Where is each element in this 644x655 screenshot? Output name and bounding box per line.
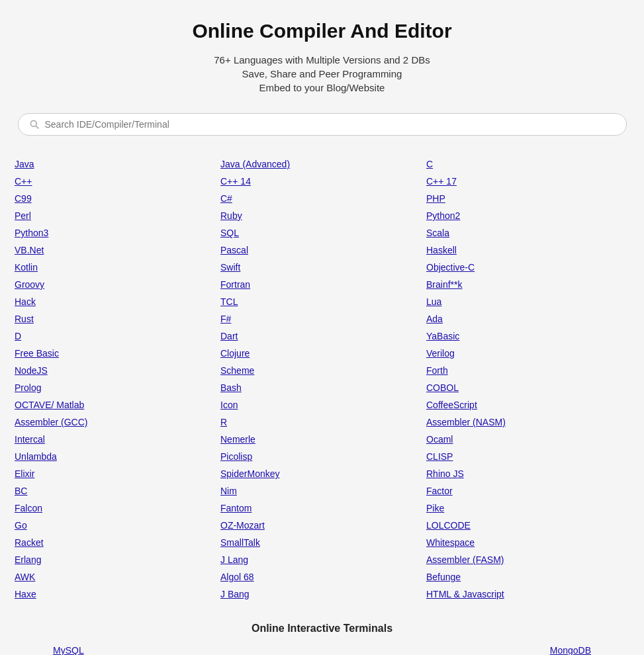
language-link[interactable]: Prolog	[13, 379, 219, 396]
language-link[interactable]: Befunge	[425, 568, 631, 586]
language-link[interactable]: OZ-Mozart	[219, 517, 425, 534]
language-link[interactable]: Intercal	[13, 431, 219, 448]
language-link[interactable]: J Bang	[219, 586, 425, 603]
language-link[interactable]: Ada	[425, 310, 631, 328]
language-link[interactable]: Nim	[219, 482, 425, 500]
language-link[interactable]: Rhino JS	[425, 465, 631, 482]
language-link[interactable]: C	[425, 155, 631, 173]
language-link[interactable]: AWK	[13, 568, 219, 586]
language-link[interactable]: Whitespace	[425, 534, 631, 551]
language-link[interactable]: Pike	[425, 500, 631, 517]
language-link[interactable]: Falcon	[13, 500, 219, 517]
svg-line-1	[36, 126, 38, 128]
language-link[interactable]: SQL	[219, 224, 425, 241]
language-link[interactable]: Unlambda	[13, 448, 219, 465]
language-link[interactable]: D	[13, 328, 219, 345]
search-bar[interactable]	[18, 113, 627, 136]
language-link[interactable]: YaBasic	[425, 328, 631, 345]
language-link[interactable]: C#	[219, 190, 425, 207]
language-link[interactable]: Kotlin	[13, 259, 219, 276]
language-link[interactable]: Forth	[425, 362, 631, 379]
language-link[interactable]: Pascal	[219, 241, 425, 259]
search-input[interactable]	[45, 119, 616, 130]
language-link[interactable]: Fantom	[219, 500, 425, 517]
language-link[interactable]: Rust	[13, 310, 219, 328]
page-header: Online Compiler And Editor 76+ Languages…	[13, 20, 631, 93]
language-link[interactable]: Assembler (FASM)	[425, 551, 631, 568]
language-link[interactable]: Go	[13, 517, 219, 534]
language-link[interactable]: Brainf**k	[425, 276, 631, 293]
language-link[interactable]: Factor	[425, 482, 631, 500]
language-link[interactable]: Java	[13, 155, 219, 173]
language-link[interactable]: C99	[13, 190, 219, 207]
language-link[interactable]: LOLCODE	[425, 517, 631, 534]
subtitle-2: Save, Share and Peer Programming	[13, 68, 631, 79]
language-column-3: CC++ 17PHPPython2ScalaHaskellObjective-C…	[425, 155, 631, 603]
language-link[interactable]: C++ 14	[219, 173, 425, 190]
language-link[interactable]: Hack	[13, 293, 219, 310]
language-link[interactable]: Erlang	[13, 551, 219, 568]
terminals-section: Online Interactive Terminals MySQL Mongo…	[13, 623, 631, 655]
language-link[interactable]: Objective-C	[425, 259, 631, 276]
language-link[interactable]: VB.Net	[13, 241, 219, 259]
language-link[interactable]: Swift	[219, 259, 425, 276]
language-link[interactable]: Assembler (NASM)	[425, 414, 631, 431]
db-row: MySQL MongoDB	[13, 645, 631, 655]
language-link[interactable]: Assembler (GCC)	[13, 414, 219, 431]
language-link[interactable]: PHP	[425, 190, 631, 207]
language-link[interactable]: Racket	[13, 534, 219, 551]
language-link[interactable]: Icon	[219, 396, 425, 414]
svg-point-0	[30, 120, 36, 126]
language-link[interactable]: CLISP	[425, 448, 631, 465]
mongodb-link[interactable]: MongoDB	[550, 645, 591, 655]
language-link[interactable]: Java (Advanced)	[219, 155, 425, 173]
subtitle-3: Embed to your Blog/Website	[13, 82, 631, 93]
language-link[interactable]: Scala	[425, 224, 631, 241]
language-link[interactable]: C++	[13, 173, 219, 190]
language-link[interactable]: Elixir	[13, 465, 219, 482]
language-link[interactable]: F#	[219, 310, 425, 328]
language-link[interactable]: NodeJS	[13, 362, 219, 379]
language-link[interactable]: Clojure	[219, 345, 425, 362]
language-link[interactable]: Ruby	[219, 207, 425, 224]
language-column-1: JavaC++C99PerlPython3VB.NetKotlinGroovyH…	[13, 155, 219, 603]
language-link[interactable]: Lua	[425, 293, 631, 310]
language-link[interactable]: Haskell	[425, 241, 631, 259]
language-link[interactable]: J Lang	[219, 551, 425, 568]
language-link[interactable]: Bash	[219, 379, 425, 396]
language-link[interactable]: Perl	[13, 207, 219, 224]
language-link[interactable]: OCTAVE/ Matlab	[13, 396, 219, 414]
language-link[interactable]: Free Basic	[13, 345, 219, 362]
language-link[interactable]: Dart	[219, 328, 425, 345]
language-link[interactable]: TCL	[219, 293, 425, 310]
language-grid: JavaC++C99PerlPython3VB.NetKotlinGroovyH…	[13, 155, 631, 603]
language-link[interactable]: Haxe	[13, 586, 219, 603]
terminals-title: Online Interactive Terminals	[13, 623, 631, 634]
language-link[interactable]: Scheme	[219, 362, 425, 379]
language-link[interactable]: Python2	[425, 207, 631, 224]
language-column-2: Java (Advanced)C++ 14C#RubySQLPascalSwif…	[219, 155, 425, 603]
language-link[interactable]: CoffeeScript	[425, 396, 631, 414]
language-link[interactable]: HTML & Javascript	[425, 586, 631, 603]
language-link[interactable]: C++ 17	[425, 173, 631, 190]
language-link[interactable]: BC	[13, 482, 219, 500]
page-title: Online Compiler And Editor	[13, 20, 631, 42]
language-link[interactable]: Algol 68	[219, 568, 425, 586]
language-link[interactable]: R	[219, 414, 425, 431]
language-link[interactable]: Verilog	[425, 345, 631, 362]
subtitle-1: 76+ Languages with Multiple Versions and…	[13, 54, 631, 66]
language-link[interactable]: Groovy	[13, 276, 219, 293]
language-link[interactable]: Nemerle	[219, 431, 425, 448]
mysql-link[interactable]: MySQL	[53, 645, 84, 655]
language-link[interactable]: Ocaml	[425, 431, 631, 448]
language-link[interactable]: Python3	[13, 224, 219, 241]
language-link[interactable]: Fortran	[219, 276, 425, 293]
search-icon	[29, 119, 40, 130]
language-link[interactable]: SpiderMonkey	[219, 465, 425, 482]
language-link[interactable]: COBOL	[425, 379, 631, 396]
language-link[interactable]: Picolisp	[219, 448, 425, 465]
language-link[interactable]: SmallTalk	[219, 534, 425, 551]
